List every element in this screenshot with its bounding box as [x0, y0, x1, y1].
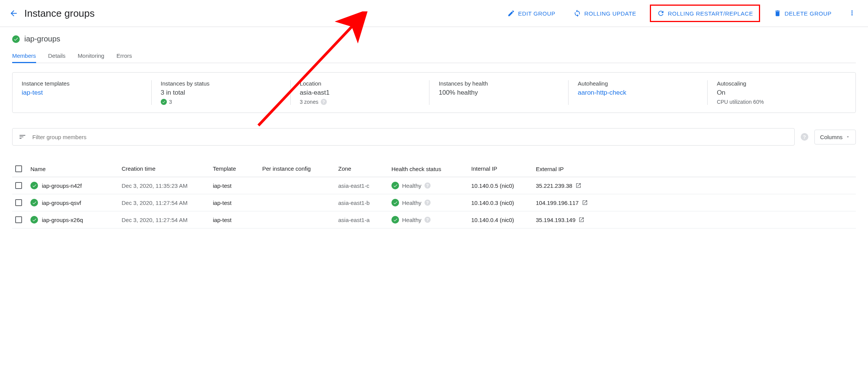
filter-icon: [19, 133, 26, 141]
health-help-icon[interactable]: ?: [424, 182, 431, 189]
row-checkbox[interactable]: [15, 216, 22, 223]
health-status-icon: [391, 216, 399, 224]
instance-name[interactable]: iap-groups-qsvf: [42, 200, 81, 206]
update-icon: [573, 10, 581, 17]
row-checkbox[interactable]: [15, 182, 22, 189]
status-ok-icon: [161, 99, 167, 105]
health-help-icon[interactable]: ?: [424, 200, 431, 206]
table-header: Name Creation time Template Per instance…: [12, 161, 856, 177]
internal-ip: 10.140.0.5 (nic0): [471, 182, 536, 189]
external-ip: 35.194.193.149: [536, 217, 575, 223]
select-all-checkbox[interactable]: [15, 165, 22, 172]
dropdown-icon: [846, 135, 850, 139]
creation-time: Dec 3, 2020, 11:27:54 AM: [122, 200, 213, 206]
group-name: iap-groups: [24, 35, 60, 43]
health-status: Healthy: [402, 217, 421, 223]
external-ip: 104.199.196.117: [536, 200, 579, 206]
trash-icon: [774, 10, 781, 17]
summary-panel: Instance templates iap-test Instances by…: [12, 72, 856, 113]
creation-time: Dec 3, 2020, 11:27:54 AM: [122, 217, 213, 223]
help-icon[interactable]: ?: [321, 99, 327, 105]
summary-autohealing: Autohealing aaron-http-check: [569, 80, 708, 105]
instance-status-icon: [30, 199, 38, 206]
external-link-icon[interactable]: [578, 217, 584, 223]
health-help-icon[interactable]: ?: [424, 217, 431, 223]
template-name: iap-test: [213, 217, 262, 223]
more-vert-icon: [848, 9, 856, 17]
page-title: Instance groups: [24, 8, 95, 19]
pencil-icon: [507, 10, 515, 17]
zone: asia-east1-a: [338, 217, 391, 223]
table-row[interactable]: iap-groups-qsvf Dec 3, 2020, 11:27:54 AM…: [12, 194, 856, 211]
table-row[interactable]: iap-groups-n42f Dec 3, 2020, 11:35:23 AM…: [12, 177, 856, 194]
external-link-icon[interactable]: [575, 182, 581, 189]
health-status: Healthy: [402, 182, 421, 189]
template-name: iap-test: [213, 182, 262, 189]
instance-status-icon: [30, 216, 38, 224]
restart-icon: [657, 10, 665, 17]
zone: asia-east1-c: [338, 182, 391, 189]
content-area: iap-groups Members Details Monitoring Er…: [0, 27, 868, 236]
creation-time: Dec 3, 2020, 11:35:23 AM: [122, 182, 213, 189]
filter-box[interactable]: [12, 128, 795, 146]
summary-status: Instances by status 3 in total 3: [152, 80, 291, 105]
summary-autoscaling: Autoscaling On CPU utilization 60%: [708, 80, 846, 105]
columns-button[interactable]: Columns: [814, 130, 856, 144]
edit-group-button[interactable]: EDIT GROUP: [503, 6, 560, 20]
internal-ip: 10.140.0.3 (nic0): [471, 200, 536, 206]
instance-name[interactable]: iap-groups-n42f: [42, 182, 82, 189]
zone: asia-east1-b: [338, 200, 391, 206]
external-link-icon[interactable]: [582, 200, 588, 206]
summary-templates: Instance templates iap-test: [22, 80, 152, 105]
filter-input[interactable]: [32, 134, 788, 140]
tab-details[interactable]: Details: [48, 49, 66, 63]
delete-group-button[interactable]: DELETE GROUP: [769, 6, 836, 20]
more-options-button[interactable]: [845, 6, 859, 21]
status-check-icon: [12, 35, 20, 43]
template-name: iap-test: [213, 200, 262, 206]
instances-table: Name Creation time Template Per instance…: [12, 161, 856, 228]
summary-health: Instances by health 100% healthy: [429, 80, 569, 105]
row-checkbox[interactable]: [15, 199, 22, 206]
instance-status-icon: [30, 182, 38, 189]
rolling-restart-button[interactable]: ROLLING RESTART/REPLACE: [650, 5, 760, 22]
tab-members[interactable]: Members: [12, 49, 36, 63]
health-status-icon: [391, 199, 399, 206]
health-status: Healthy: [402, 200, 421, 206]
internal-ip: 10.140.0.4 (nic0): [471, 217, 536, 223]
back-arrow-icon[interactable]: [9, 9, 18, 18]
filter-help-icon[interactable]: ?: [801, 133, 808, 141]
group-header: iap-groups: [12, 35, 856, 43]
autohealing-link[interactable]: aaron-http-check: [578, 89, 698, 97]
tab-monitoring[interactable]: Monitoring: [78, 49, 104, 63]
rolling-update-button[interactable]: ROLLING UPDATE: [569, 6, 641, 20]
table-row[interactable]: iap-groups-x26q Dec 3, 2020, 11:27:54 AM…: [12, 211, 856, 228]
template-link[interactable]: iap-test: [22, 89, 142, 97]
header-actions: EDIT GROUP ROLLING UPDATE ROLLING RESTAR…: [503, 5, 859, 22]
tab-errors[interactable]: Errors: [116, 49, 132, 63]
filter-row: ? Columns: [12, 128, 856, 146]
summary-location: Location asia-east1 3 zones ?: [291, 80, 430, 105]
page-header: Instance groups EDIT GROUP ROLLING UPDAT…: [0, 0, 868, 27]
external-ip: 35.221.239.38: [536, 182, 572, 189]
tabs: Members Details Monitoring Errors: [12, 49, 856, 63]
instance-name[interactable]: iap-groups-x26q: [42, 217, 83, 223]
health-status-icon: [391, 182, 399, 189]
